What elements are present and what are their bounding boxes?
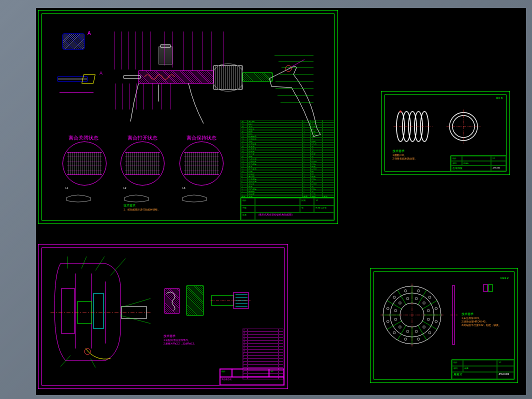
tech-req-header: 技术要求 <box>124 204 160 208</box>
svg-point-80 <box>386 320 389 323</box>
tb-name: 摩擦片 <box>452 372 497 379</box>
svg-point-67 <box>423 326 426 328</box>
tb-checker: 审核 <box>241 206 255 213</box>
disc-front-view <box>380 282 444 348</box>
tb-scale: 2:1 <box>491 156 506 161</box>
svg-point-73 <box>406 330 409 332</box>
svg-point-88 <box>406 298 409 300</box>
section-label-a: A <box>88 30 91 36</box>
tb-scale: 1:2 <box>497 360 514 366</box>
svg-line-54 <box>90 358 96 368</box>
tech-req-3: 3.两端面平行度0.02，粗糙，铆接。 <box>462 324 510 327</box>
state-label-closed: 离合关闭状态 <box>68 134 98 142</box>
leader-lines-right <box>274 52 316 112</box>
tb-scale-label: 比例 <box>300 198 314 206</box>
svg-point-65 <box>435 320 438 323</box>
leader-lines-top <box>108 28 268 74</box>
title-block-s3: 设计1:2 离合器总成 <box>220 368 284 386</box>
tech-req-1: 1.未注倒角C0.5。 <box>462 316 510 320</box>
svg-line-53 <box>60 356 70 366</box>
svg-point-82 <box>394 310 397 312</box>
svg-point-77 <box>393 332 396 334</box>
state-label-open: 离合打开状态 <box>128 134 158 142</box>
svg-point-94 <box>423 302 426 304</box>
svg-point-97 <box>427 310 430 312</box>
tb-sheet: 第1张 共4张 <box>314 206 334 213</box>
svg-point-89 <box>404 290 407 292</box>
tech-req-1: 1.装配前清洗全部零件。 <box>164 338 196 342</box>
svg-point-35 <box>400 110 402 112</box>
svg-point-79 <box>394 318 397 320</box>
svg-point-91 <box>415 298 418 300</box>
tb-no: JHK/2-003 <box>497 372 514 379</box>
svg-point-70 <box>415 330 418 332</box>
sheet-spring: R0.8 技术要求 1.圈数n=8。 2.弹簧表面发黑处理。 <box>381 91 510 175</box>
bom-table-s3: 1716151413121110987654321 <box>242 328 284 368</box>
svg-point-98 <box>435 308 438 310</box>
spring-front-view <box>394 106 434 146</box>
bom-table: 30开口销1Q23529销钉14528支架1Q23527管接头2铜26垫圈4Q2… <box>240 120 334 198</box>
svg-point-95 <box>428 296 431 298</box>
svg-point-71 <box>418 338 420 340</box>
linkage-detail: A <box>58 70 98 94</box>
clutch-section-view <box>46 254 156 368</box>
section-detail-a: A <box>62 34 84 50</box>
tb-name: 离合器总成 <box>220 377 284 385</box>
svg-point-74 <box>404 338 407 340</box>
tech-req-2: 2.摩擦片Ra3.2，其余Ra6.3。 <box>164 342 196 346</box>
tb-scale: 1:2 <box>269 369 284 377</box>
tech-req-header: 技术要求 <box>164 334 196 338</box>
svg-rect-101 <box>484 284 488 292</box>
tb-no: JZK-004 <box>491 166 506 171</box>
tb-material: 铜基 <box>463 366 497 372</box>
svg-rect-42 <box>94 294 104 328</box>
svg-point-86 <box>393 296 396 298</box>
tech-requirements-s4: 技术要求 1.未注倒角C0.5。 2.调质处理HRC40-45。 3.两端面平行… <box>462 312 510 327</box>
state-circle-hold <box>180 142 224 186</box>
title-block-s2: 设计2:1 材料65Mn 压缩弹簧 JZK-004 <box>450 156 506 172</box>
svg-point-76 <box>399 326 402 328</box>
state-circle-open <box>120 142 164 186</box>
aux-view-2 <box>186 286 204 316</box>
surface-finish: R0.8 <box>496 96 502 100</box>
svg-point-92 <box>418 290 420 292</box>
state-label-hold: 离合保持状态 <box>186 134 216 142</box>
svg-line-50 <box>110 258 126 276</box>
tech-requirements-s3: 技术要求 1.装配前清洗全部零件。 2.摩擦片Ra3.2，其余Ra6.3。 <box>164 334 196 346</box>
tech-requirements-s1: 技术要求 1、按装配图示进行装配并调整。 <box>124 204 160 212</box>
tech-req-header: 技术要求 <box>462 312 510 316</box>
svg-line-51 <box>120 298 150 308</box>
tb-name: 压缩弹簧 <box>451 166 491 171</box>
tb-scale: 1:1 <box>314 198 334 206</box>
sheet-clutch-assembly: 技术要求 1.装配前清洗全部零件。 2.摩擦片Ra3.2，其余Ra6.3。 17… <box>38 244 288 389</box>
tb-material: 65Mn <box>462 161 491 166</box>
section-label-a2: A <box>100 70 102 76</box>
sheet-friction-disc: Ra3.2 技术要求 1.未注倒角C0.5。 2.调质处理HRC40-45。 3… <box>370 268 518 383</box>
tech-req-2: 2.调质处理HRC40-45。 <box>462 320 510 324</box>
tb-designer: 设计 <box>241 198 255 206</box>
svg-point-64 <box>427 318 430 320</box>
title-block-s1: 设计 比例 1:1 审核 张 第1张 共4张 批准 （液压式离合器操纵机构装配图… <box>240 198 334 220</box>
svg-point-46 <box>84 348 90 354</box>
svg-line-52 <box>120 316 150 324</box>
disc-surface: Ra3.2 <box>500 276 508 280</box>
svg-point-83 <box>386 308 389 310</box>
disc-side-view <box>450 282 458 348</box>
tb-approve: 批准 <box>241 212 255 220</box>
tech-req-2: 2.弹簧表面发黑处理。 <box>392 157 417 160</box>
fork-aux-views <box>62 190 228 204</box>
tech-req-header: 技术要求 <box>392 150 417 154</box>
svg-rect-41 <box>62 288 74 334</box>
main-assembly-view <box>108 28 318 128</box>
state-circle-closed <box>62 142 106 186</box>
svg-rect-102 <box>488 284 492 292</box>
svg-point-68 <box>428 332 431 334</box>
spring-end-view <box>446 108 482 144</box>
svg-point-85 <box>399 302 402 304</box>
tech-req-1: 1.圈数n=8。 <box>392 154 417 157</box>
disc-detail <box>480 280 496 296</box>
tb-sheet-label: 张 <box>300 206 314 213</box>
cad-model-space[interactable]: A A <box>36 8 526 395</box>
title-block-s4: 设计1:2 材料铜基 摩擦片 JHK/2-003 <box>452 360 514 380</box>
aux-view-3 <box>210 288 250 314</box>
